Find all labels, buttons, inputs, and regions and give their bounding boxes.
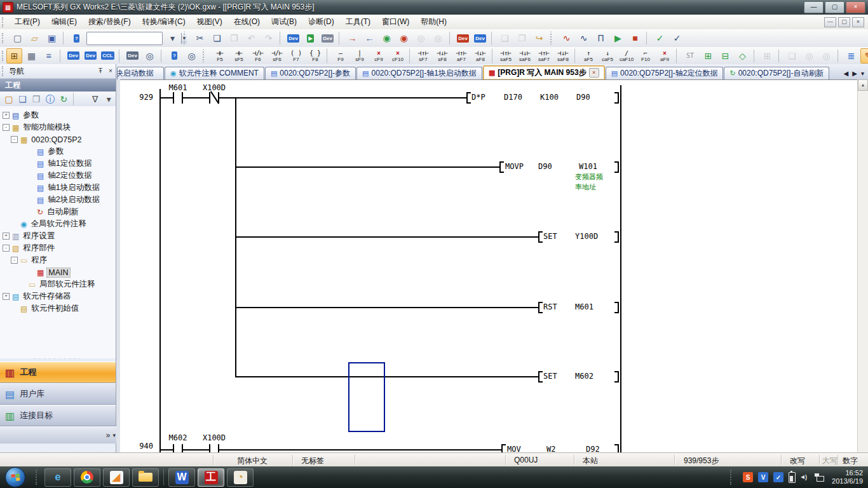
menu-item[interactable]: 编辑(E)	[46, 15, 83, 29]
start-button[interactable]	[5, 467, 25, 487]
ladder-editor[interactable]: 929 M601 X100D D*P D170 K100 D90 MOVP D9…	[120, 79, 857, 452]
local-window-icon[interactable]: ❏	[497, 30, 513, 46]
line-insert-icon[interactable]: ⌐F10	[637, 48, 655, 64]
maximize-button[interactable]: ▢	[825, 1, 844, 13]
separator[interactable]	[60, 49, 62, 63]
mdi-minimize-icon[interactable]: —	[824, 17, 836, 27]
qq-protect-icon[interactable]: V	[758, 472, 768, 482]
find-previous-icon[interactable]: ◎	[801, 48, 817, 64]
view-selector-more[interactable]: » ▾	[0, 426, 121, 444]
document-tab[interactable]: ↻0020:QD75P2[]-自动刷新	[724, 67, 829, 79]
line-delete-icon[interactable]: ×aF9	[656, 48, 674, 64]
instruction-arg[interactable]: D90	[538, 162, 552, 171]
outline-window-icon[interactable]: ≡	[41, 48, 57, 64]
tree-item[interactable]: ◉ 全局软元件注释	[0, 218, 116, 230]
tree-expander-icon[interactable]: +	[3, 112, 10, 119]
paint-app-icon[interactable]: ◔	[227, 468, 254, 487]
cut-icon[interactable]: ✂	[192, 30, 208, 46]
separator[interactable]	[778, 49, 781, 63]
separator[interactable]	[280, 31, 282, 45]
navigation-window-icon[interactable]: ⊞	[6, 48, 22, 64]
menu-item[interactable]: 调试(B)	[266, 15, 302, 29]
coil-icon[interactable]: ( )F7	[287, 48, 306, 64]
tree-item[interactable]: - ▦ 智能功能模块	[0, 121, 116, 133]
minimize-button[interactable]: —	[804, 1, 824, 13]
open-contact[interactable]	[173, 444, 183, 452]
result-rising-pulse-icon[interactable]: ↑aF5	[580, 48, 598, 64]
device-comment-icon[interactable]: Dev	[285, 30, 301, 46]
sogou-input-icon[interactable]: S	[743, 472, 753, 482]
document-tab[interactable]: ▤0020:QD75P2[]-轴1块启动数据	[356, 67, 482, 79]
new-data-icon[interactable]: ▢	[3, 92, 15, 106]
tree-item[interactable]: + ▥ 程序设置	[0, 230, 116, 242]
mdi-close-icon[interactable]: ×	[852, 17, 864, 27]
tree-item[interactable]: - ▧ 程序部件	[0, 242, 116, 254]
separator[interactable]	[449, 31, 452, 45]
instruction-arg[interactable]: W101	[579, 162, 597, 171]
tree-item[interactable]: - ▦ 0020:QD75P2	[0, 133, 116, 146]
closed-branch-icon[interactable]: ⊣/⊢sF6	[268, 48, 287, 64]
inline-st-icon[interactable]: ST	[681, 48, 700, 64]
tree-item[interactable]: ▭ 局部软元件注释	[0, 278, 116, 290]
closed-contact[interactable]	[209, 92, 219, 104]
tab-close-icon[interactable]: ×	[589, 68, 599, 78]
instruction-arg[interactable]: D90	[576, 93, 590, 102]
vertical-line-icon[interactable]: |sF9	[351, 48, 369, 64]
network-icon[interactable]	[815, 473, 824, 482]
menu-item[interactable]: 工程(P)	[9, 15, 46, 29]
menu-item[interactable]: 工具(T)	[340, 15, 376, 29]
redo-icon[interactable]: ↷	[261, 30, 276, 46]
filter-icon[interactable]: ∇	[89, 92, 102, 106]
document-tab[interactable]: ▦[PRG]R 写入 MAIN 953步×	[483, 65, 605, 79]
check-program-icon[interactable]: ✓	[669, 30, 685, 46]
instruction-op[interactable]: MOVP	[505, 162, 524, 171]
read-from-plc-icon[interactable]: ←	[362, 30, 377, 46]
save-project-icon[interactable]: ▣	[44, 30, 60, 46]
separator[interactable]	[754, 49, 756, 63]
separator[interactable]	[63, 31, 65, 45]
menu-item[interactable]: 窗口(W)	[376, 15, 415, 29]
gx-works2-icon[interactable]: 工	[198, 468, 224, 487]
menu-item[interactable]: 帮助(H)	[415, 15, 452, 29]
copy-data-icon[interactable]: ❏	[17, 92, 29, 106]
explorer-icon[interactable]	[132, 468, 159, 487]
tree-item[interactable]: ▦ MAIN	[0, 266, 116, 278]
tab-scroll-left-icon[interactable]: ◀	[844, 70, 849, 77]
tree-item[interactable]: + ▤ 参数	[0, 109, 116, 121]
open-contact[interactable]	[209, 444, 219, 452]
menu-item[interactable]: 在线(O)	[228, 15, 266, 29]
edit-cursor[interactable]	[348, 362, 385, 432]
instruction-arg[interactable]: D92	[586, 445, 600, 452]
instruction-arg[interactable]: Y100D	[575, 232, 598, 241]
open-project-icon[interactable]: ▱	[27, 30, 43, 46]
instruction-arg[interactable]: M601	[575, 302, 593, 311]
security-shield-icon[interactable]: ✓	[773, 472, 783, 482]
separator[interactable]	[161, 49, 163, 63]
user-library-button[interactable]: ▤ 用户库	[0, 383, 116, 405]
monitor-resume-icon[interactable]: ◎	[430, 30, 446, 46]
help-icon[interactable]: ?	[69, 30, 85, 46]
device-search-icon[interactable]: ◎	[142, 48, 158, 64]
document-tab[interactable]: ▤0020:QD75P2[]-轴2定位数据	[606, 67, 724, 79]
vertical-scrollbar[interactable]: ▲	[857, 79, 868, 452]
separator[interactable]	[339, 31, 341, 45]
device-test-icon[interactable]: Dev	[320, 30, 336, 46]
delete-vertical-line-icon[interactable]: ×cF10	[389, 48, 407, 64]
instruction-arg[interactable]: M602	[575, 372, 593, 381]
scroll-up-icon[interactable]: ▲	[858, 79, 868, 91]
trace-register-icon[interactable]: ∿	[576, 30, 592, 46]
find-replace-icon[interactable]: ◎	[184, 48, 200, 64]
falling-pulse-branch-icon[interactable]: ⊣↓⊢aF8	[471, 48, 490, 64]
ladder-block-list-icon[interactable]: ≣	[843, 48, 859, 64]
instruction-arg[interactable]: K100	[540, 93, 559, 102]
separator[interactable]	[327, 48, 329, 64]
toolbar-grip[interactable]	[550, 31, 555, 45]
editor-app-icon[interactable]: ◢	[103, 468, 130, 487]
tree-item[interactable]: - ▭ 程序	[0, 254, 116, 266]
list-display-icon[interactable]: ❏	[784, 48, 800, 64]
menu-item[interactable]: 转换/编译(C)	[137, 15, 191, 29]
instruction-op[interactable]: SET	[543, 232, 557, 241]
panel-splitter[interactable]: . . . . . . . . . .	[0, 355, 116, 361]
instruction-op[interactable]: RST	[543, 302, 557, 311]
write-to-plc-icon[interactable]: →	[344, 30, 360, 46]
